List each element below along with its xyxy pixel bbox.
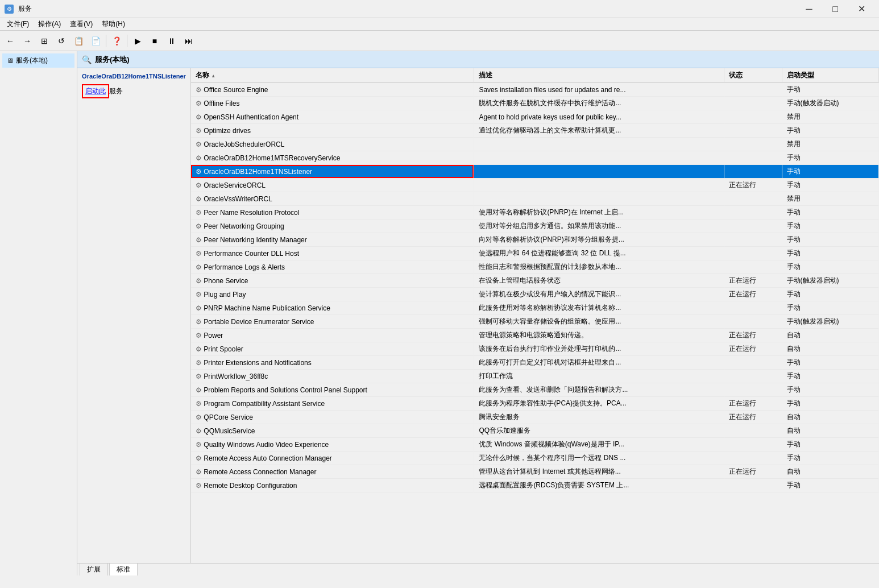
table-row[interactable]: ⚙ OracleOraDB12Home1MTSRecoveryService手动	[191, 151, 879, 165]
service-starttype: 手动	[782, 301, 878, 315]
table-row[interactable]: ⚙ Power管理电源策略和电源策略通知传递。正在运行自动	[191, 329, 879, 342]
service-status: 正在运行	[724, 329, 782, 342]
close-button[interactable]: ✕	[848, 0, 874, 18]
table-row[interactable]: ⚙ Peer Name Resolution Protocol使用对等名称解析协…	[191, 206, 879, 220]
table-row[interactable]: ⚙ OracleServiceORCL正在运行手动	[191, 179, 879, 192]
table-row[interactable]: ⚙ Remote Access Auto Connection Manager无…	[191, 452, 879, 465]
table-row[interactable]: ⚙ Quality Windows Audio Video Experience…	[191, 438, 879, 452]
table-row[interactable]: ⚙ Performance Counter DLL Host使远程用户和 64 …	[191, 247, 879, 260]
refresh-button[interactable]: ↺	[53, 33, 69, 49]
service-status	[724, 192, 782, 206]
col-name[interactable]: 名称 ▲	[191, 68, 474, 83]
tab-standard[interactable]: 标准	[109, 563, 138, 575]
table-row[interactable]: ⚙ Optimize drives通过优化存储驱动器上的文件来帮助计算机更...…	[191, 124, 879, 138]
col-status[interactable]: 状态	[724, 68, 782, 83]
up-button[interactable]: ⊞	[36, 33, 52, 49]
table-row[interactable]: ⚙ Printer Extensions and Notifications此服…	[191, 356, 879, 370]
table-row[interactable]: ⚙ Print Spooler该服务在后台执行打印作业并处理与打印机的...正在…	[191, 342, 879, 356]
name-sort-icon: ▲	[211, 73, 215, 78]
service-gear-icon: ⚙	[196, 127, 204, 135]
table-row[interactable]: ⚙ OracleOraDB12Home1TNSListener手动	[191, 165, 879, 179]
menu-bar: 文件(F) 操作(A) 查看(V) 帮助(H)	[0, 18, 879, 31]
pause-button[interactable]: ⏸	[164, 33, 180, 49]
restart-button[interactable]: ⏭	[181, 33, 197, 49]
service-description: 远程桌面配置服务(RDCS)负责需要 SYSTEM 上...	[474, 479, 724, 492]
minimize-button[interactable]: ─	[796, 0, 822, 18]
service-description: 此服务使用对等名称解析协议发布计算机名称...	[474, 301, 724, 315]
table-row[interactable]: ⚙ Remote Access Connection Manager管理从这台计…	[191, 465, 879, 479]
service-status	[724, 151, 782, 165]
menu-help[interactable]: 帮助(H)	[97, 18, 130, 30]
window-title: 服务	[18, 4, 32, 14]
service-description: 脱机文件服务在脱机文件缓存中执行维护活动...	[474, 97, 724, 110]
app-icon: ⚙	[5, 5, 14, 14]
service-status: 正在运行	[724, 342, 782, 356]
service-name: PrintWorkflow_36ff8c	[204, 372, 268, 380]
menu-action[interactable]: 操作(A)	[34, 18, 65, 30]
content-header: 🔍 服务(本地)	[77, 51, 879, 68]
table-row[interactable]: ⚙ Performance Logs & Alerts性能日志和警报根据预配置的…	[191, 260, 879, 274]
col-starttype[interactable]: 启动类型	[782, 68, 878, 83]
service-description: Agent to hold private keys used for publ…	[474, 110, 724, 124]
table-row[interactable]: ⚙ Offline Files脱机文件服务在脱机文件缓存中执行维护活动...手动…	[191, 97, 879, 110]
service-status	[724, 97, 782, 110]
help-button[interactable]: ❓	[109, 33, 125, 49]
menu-file[interactable]: 文件(F)	[2, 18, 34, 30]
table-row[interactable]: ⚙ Remote Desktop Configuration远程桌面配置服务(R…	[191, 479, 879, 492]
table-row[interactable]: ⚙ OpenSSH Authentication AgentAgent to h…	[191, 110, 879, 124]
service-name: Program Compatibility Assistant Service	[204, 400, 325, 408]
sidebar-item-local[interactable]: 🖥 服务(本地)	[2, 53, 74, 68]
service-starttype: 禁用	[782, 110, 878, 124]
services-list[interactable]: 名称 ▲ 描述 状态 启动类型 ⚙ Office Source EngineSa…	[191, 68, 879, 563]
table-row[interactable]: ⚙ Peer Networking Grouping使用对等分组启用多方通信。如…	[191, 220, 879, 233]
start-service-link[interactable]: 启动此	[85, 86, 106, 96]
table-row[interactable]: ⚙ Plug and Play使计算机在极少或没有用户输入的情况下能识...正在…	[191, 288, 879, 301]
service-name: Print Spooler	[204, 345, 243, 353]
service-gear-icon: ⚙	[196, 482, 204, 490]
service-name: Performance Counter DLL Host	[204, 250, 299, 258]
table-row[interactable]: ⚙ Office Source EngineSaves installation…	[191, 83, 879, 97]
menu-view[interactable]: 查看(V)	[65, 18, 97, 30]
start-button[interactable]: ▶	[130, 33, 146, 49]
title-bar: ⚙ 服务 ─ □ ✕	[0, 0, 879, 18]
service-name: Offline Files	[204, 100, 239, 107]
content-body: OracleOraDB12Home1TNSListener 启动此 服务 名称 …	[77, 68, 879, 563]
service-gear-icon: ⚙	[196, 195, 204, 203]
table-row[interactable]: ⚙ Phone Service在设备上管理电话服务状态正在运行手动(触发器启动)	[191, 274, 879, 288]
service-name: Optimize drives	[204, 127, 251, 135]
col-description[interactable]: 描述	[474, 68, 724, 83]
table-row[interactable]: ⚙ OracleVssWriterORCL禁用	[191, 192, 879, 206]
service-gear-icon: ⚙	[196, 372, 204, 380]
service-status	[724, 83, 782, 97]
table-row[interactable]: ⚙ Portable Device Enumerator Service强制可移…	[191, 315, 879, 329]
service-starttype: 手动	[782, 397, 878, 411]
service-description: 管理电源策略和电源策略通知传递。	[474, 329, 724, 342]
service-description: 无论什么时候，当某个程序引用一个远程 DNS ...	[474, 452, 724, 465]
service-starttype: 手动	[782, 247, 878, 260]
maximize-button[interactable]: □	[822, 0, 848, 18]
table-row[interactable]: ⚙ Problem Reports and Solutions Control …	[191, 383, 879, 397]
service-starttype: 手动	[782, 206, 878, 220]
properties-button[interactable]: 📋	[71, 33, 86, 49]
service-gear-icon: ⚙	[196, 304, 204, 312]
table-row[interactable]: ⚙ PrintWorkflow_36ff8c打印工作流手动	[191, 370, 879, 383]
table-row[interactable]: ⚙ Peer Networking Identity Manager向对等名称解…	[191, 233, 879, 247]
service-description: 此服务为查看、发送和删除「问题报告和解决方...	[474, 383, 724, 397]
services-tbody: ⚙ Office Source EngineSaves installation…	[191, 83, 879, 492]
table-row[interactable]: ⚙ QPCore Service腾讯安全服务正在运行自动	[191, 411, 879, 424]
content-area: 🔍 服务(本地) OracleOraDB12Home1TNSListener 启…	[77, 51, 879, 575]
table-row[interactable]: ⚙ PNRP Machine Name Publication Service此…	[191, 301, 879, 315]
back-button[interactable]: ←	[2, 33, 18, 49]
service-starttype: 手动	[782, 383, 878, 397]
new-button[interactable]: 📄	[88, 33, 103, 49]
tab-extended[interactable]: 扩展	[80, 563, 108, 575]
stop-button[interactable]: ■	[147, 33, 163, 49]
service-status	[724, 260, 782, 274]
forward-button[interactable]: →	[19, 33, 35, 49]
table-row[interactable]: ⚙ OracleJobSchedulerORCL禁用	[191, 138, 879, 151]
table-row[interactable]: ⚙ Program Compatibility Assistant Servic…	[191, 397, 879, 411]
table-row[interactable]: ⚙ QQMusicServiceQQ音乐加速服务自动	[191, 424, 879, 438]
service-description: 打印工作流	[474, 370, 724, 383]
service-starttype: 自动	[782, 465, 878, 479]
service-starttype: 手动	[782, 220, 878, 233]
